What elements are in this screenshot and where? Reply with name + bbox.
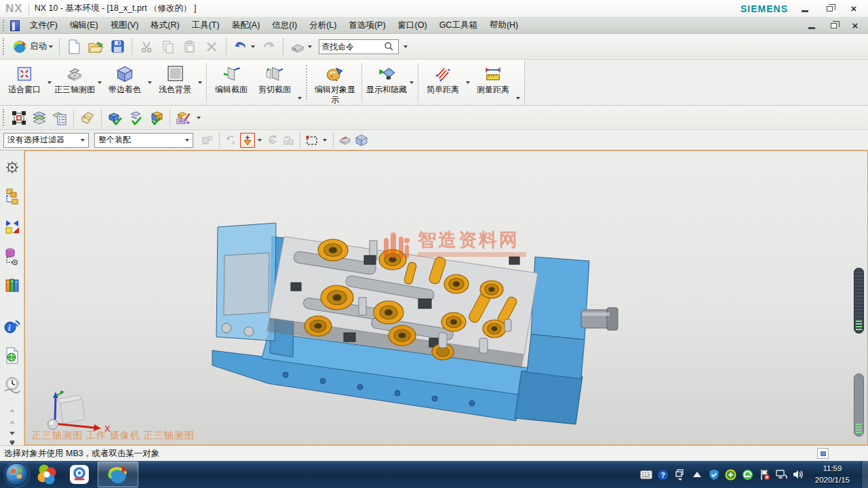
chevron-down-icon[interactable] [323,139,327,142]
network-tray-icon[interactable] [776,468,788,481]
start-button[interactable]: 启动 [9,37,56,56]
menu-gc-toolbox[interactable]: GC工具箱 [433,18,484,33]
open-button[interactable] [85,37,106,56]
toolbar-grip[interactable] [3,109,6,126]
menu-file[interactable]: 文件(F) [24,18,64,33]
display-mode-button[interactable] [287,37,315,56]
reuse-library-icon[interactable] [2,276,22,296]
menu-assemblies[interactable]: 装配(A) [226,18,267,33]
show-hidden-icons-button[interactable] [691,468,703,481]
light-background-button[interactable]: 浅色背景 [153,61,197,104]
constraint-navigator-icon[interactable] [2,216,22,237]
divider [206,63,207,102]
menu-window[interactable]: 窗口(O) [392,18,433,33]
assembly-navigator-icon[interactable] [2,187,22,207]
chevron-down-icon[interactable] [98,81,102,84]
chevron-down-icon[interactable] [410,81,414,84]
snap-point-button[interactable] [9,108,29,127]
menu-analysis[interactable]: 分析(L) [303,18,342,33]
child-restore-button[interactable] [826,20,841,32]
toolbar-grip[interactable] [3,38,6,56]
graphics-viewport[interactable]: 智造资料网 X 正三轴测图 工作 摄像机 正三轴测图 [24,150,868,445]
assembly-cut-button[interactable] [146,108,166,127]
chevron-down-icon[interactable] [466,81,470,84]
object-name-edit-button[interactable]: ABC [174,108,194,127]
menu-information[interactable]: 信息(I) [266,18,303,33]
undo-button[interactable] [230,37,258,56]
menu-edit[interactable]: 编辑(E) [64,18,104,33]
web-browser-icon[interactable] [2,346,22,366]
chevron-down-icon[interactable] [47,81,52,84]
new-button[interactable] [63,37,85,56]
action-center-flag-icon[interactable] [759,468,771,481]
chevron-down-icon[interactable] [148,81,152,84]
search-input[interactable] [321,42,384,52]
chevron-down-icon[interactable] [258,139,262,142]
restore-button[interactable] [822,3,837,15]
child-minimize-button[interactable] [804,20,819,32]
menu-view[interactable]: 视图(V) [104,18,145,33]
search-options-chevron[interactable] [403,45,408,48]
nx-application-window: NX NX 10 - 基本环境 - [18_x_t.prt （修改的） ] SI… [0,0,868,488]
menu-format[interactable]: 格式(R) [144,18,185,33]
selection-scope-combo[interactable]: 整个装配 [94,133,193,148]
taskbar-app-netdisk[interactable] [65,462,94,487]
shaded-object-button[interactable] [338,133,353,148]
fit-window-button[interactable]: 适合窗口 [3,61,46,104]
measure-distance-button[interactable]: 测量距离 [471,61,515,104]
transparent-cube-button[interactable] [354,133,369,148]
scroll-down-icon[interactable] [9,432,15,435]
menu-tools[interactable]: 工具(T) [186,18,226,33]
annotation-tag-button[interactable] [77,108,98,127]
help-tray-icon[interactable]: ? [657,468,669,481]
antivirus-plus-icon[interactable] [725,468,737,481]
clip-section-button[interactable]: 剪切截面 [253,61,296,104]
show-desktop-button[interactable] [861,461,868,488]
hd3d-tools-icon[interactable]: i [2,316,22,336]
history-icon[interactable] [2,375,22,395]
close-button[interactable]: × [846,3,861,15]
rectangle-select-button[interactable] [304,133,319,148]
selection-filter-combo[interactable]: 没有选择过滤器 [3,133,89,148]
chevron-down-icon[interactable] [197,117,201,119]
part-navigator-icon[interactable] [2,246,22,266]
toolbar-grip[interactable] [306,65,309,100]
3d-model-fixture-assembly[interactable] [204,218,625,428]
toolbar-grip[interactable] [3,20,6,30]
isometric-view-button[interactable]: 正三轴测图 [53,61,96,104]
layer-category-button[interactable] [50,108,70,127]
move-component-button[interactable] [125,108,146,127]
input-keyboard-icon[interactable] [640,468,652,481]
menu-preferences[interactable]: 首选项(P) [342,18,391,33]
zoom-slider-handle[interactable] [854,373,864,436]
snap-point-toggle-active[interactable] [240,133,255,148]
edit-section-button[interactable]: 编辑截面 [210,61,253,104]
window-mode-icon[interactable] [817,448,829,459]
edit-object-display-button[interactable]: 编辑对象显示 [311,61,359,104]
command-finder[interactable] [319,39,399,54]
taskbar-app-nx-active[interactable] [98,462,138,487]
child-close-button[interactable]: × [848,20,863,32]
start-button[interactable] [5,463,28,486]
search-icon[interactable] [384,41,394,52]
volume-tray-icon[interactable] [793,468,805,481]
simple-distance-button[interactable]: 简单距离 [421,61,465,104]
roller-gear-icon[interactable] [2,157,22,178]
save-button[interactable] [106,37,128,56]
ie-browser-tray-icon[interactable] [742,468,754,481]
show-hide-button[interactable]: 显示和隐藏 [365,61,408,104]
taskbar-app-360[interactable] [33,462,61,487]
layer-settings-button[interactable] [29,108,50,127]
menu-help[interactable]: 帮助(H) [484,18,524,33]
taskbar-clock[interactable]: 11:59 2020/1/15 [810,463,856,485]
security-shield-icon[interactable] [708,468,720,481]
clip-slider-handle[interactable] [854,268,864,333]
window-expand-tray-icon[interactable] [674,468,686,481]
chevron-down-icon[interactable] [298,97,302,100]
selection-bar: 没有选择过滤器 整个装配 [0,130,868,150]
assembly-constraints-button[interactable] [105,108,125,127]
minimize-button[interactable] [797,3,812,15]
shaded-with-edges-button[interactable]: 带边着色 [103,61,146,104]
chevron-down-icon[interactable] [516,97,520,100]
chevron-down-icon[interactable] [198,81,202,84]
